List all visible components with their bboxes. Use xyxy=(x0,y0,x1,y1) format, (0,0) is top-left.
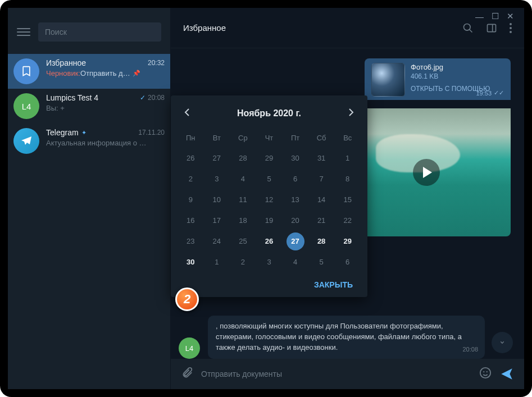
chat-preview: Актуальная информация о … xyxy=(46,139,165,147)
pin-icon: 📌 xyxy=(133,70,140,77)
svg-point-9 xyxy=(486,371,488,372)
attach-icon[interactable] xyxy=(181,367,193,381)
calendar-day[interactable]: 10 xyxy=(204,189,230,210)
chat-time: 20:32 xyxy=(148,59,165,67)
emoji-icon[interactable] xyxy=(479,367,492,381)
calendar-day[interactable]: 29 xyxy=(256,148,283,168)
calendar-day[interactable]: 17 xyxy=(204,210,230,231)
svg-point-5 xyxy=(510,27,512,29)
svg-rect-2 xyxy=(488,24,496,31)
svg-point-6 xyxy=(510,31,512,33)
calendar-day[interactable]: 22 xyxy=(334,210,361,231)
calendar-day[interactable]: 20 xyxy=(282,210,308,231)
weekday-label: Чт xyxy=(256,130,283,148)
calendar-close-button[interactable]: ЗАКРЫТЬ xyxy=(314,280,353,289)
chat-item-saved[interactable]: Избранное 20:32 Черновик: Отправить д… 📌 xyxy=(8,54,170,89)
menu-icon[interactable] xyxy=(17,28,30,36)
calendar-day[interactable]: 30 xyxy=(282,148,308,168)
file-size: 406.1 KB xyxy=(411,72,504,80)
app-window: — ☐ ✕ Поиск Избранное 20:32 Черновик: От… xyxy=(8,8,524,389)
calendar-day[interactable]: 2 xyxy=(230,252,256,272)
chat-list: Избранное 20:32 Черновик: Отправить д… 📌… xyxy=(8,54,170,158)
calendar-day[interactable]: 12 xyxy=(256,189,283,210)
video-message[interactable] xyxy=(342,107,511,236)
calendar-day[interactable]: 6 xyxy=(282,168,308,189)
weekday-label: Вт xyxy=(204,130,230,148)
minimize-button[interactable]: — xyxy=(475,12,484,21)
calendar-day[interactable]: 26 xyxy=(178,148,204,168)
calendar-day[interactable]: 19 xyxy=(256,210,283,231)
calendar-day[interactable]: 21 xyxy=(308,210,335,231)
calendar-day[interactable]: 8 xyxy=(334,168,361,189)
calendar-day[interactable]: 28 xyxy=(230,148,256,168)
chat-time: 17.11.20 xyxy=(138,129,165,136)
calendar-day[interactable]: 14 xyxy=(308,189,335,210)
calendar-day[interactable]: 25 xyxy=(230,231,256,252)
prev-month-button[interactable] xyxy=(181,104,193,122)
calendar-day[interactable]: 15 xyxy=(334,189,361,210)
calendar-day[interactable]: 27 xyxy=(282,231,308,252)
calendar-day[interactable]: 31 xyxy=(308,148,335,168)
chat-item[interactable]: Telegram ✦ 17.11.20 Актуальная информаци… xyxy=(8,124,170,158)
calendar-grid: ПнВтСрЧтПтСбВс26272829303112345678910111… xyxy=(178,130,361,272)
sidebar: Поиск Избранное 20:32 Черновик: Отправит… xyxy=(8,8,171,389)
play-icon[interactable] xyxy=(413,159,440,186)
compose-bar: Отправить документы xyxy=(171,359,524,389)
chat-item[interactable]: L4 Lumpics Test 4 ✓20:08 Вы: + xyxy=(8,89,170,124)
calendar-day[interactable]: 24 xyxy=(204,231,230,252)
calendar-day[interactable]: 11 xyxy=(230,189,256,210)
telegram-icon xyxy=(13,128,39,154)
send-button[interactable] xyxy=(499,367,514,381)
calendar-day[interactable]: 9 xyxy=(178,189,204,210)
calendar-day[interactable]: 4 xyxy=(230,168,256,189)
window-controls: — ☐ ✕ xyxy=(465,8,524,25)
chat-preview: Черновик: Отправить д… 📌 xyxy=(46,69,165,77)
calendar-day[interactable]: 7 xyxy=(308,168,335,189)
calendar-day[interactable]: 18 xyxy=(230,210,256,231)
calendar-day[interactable]: 26 xyxy=(256,231,283,252)
file-attachment[interactable]: Фото6.jpg 406.1 KB ОТКРЫТЬ С ПОМОЩЬЮ 19:… xyxy=(365,58,511,100)
calendar-day[interactable]: 30 xyxy=(178,252,204,272)
scroll-down-button[interactable] xyxy=(492,332,513,353)
file-name: Фото6.jpg xyxy=(411,63,504,71)
annotation-badge: 2 xyxy=(175,288,199,311)
calendar-day[interactable]: 3 xyxy=(204,168,230,189)
chat-preview: Вы: + xyxy=(46,104,165,112)
svg-line-1 xyxy=(470,29,472,32)
calendar-day[interactable]: 2 xyxy=(178,168,204,189)
chat-title: Избранное xyxy=(183,23,450,33)
bookmark-icon xyxy=(13,58,39,84)
calendar-day[interactable]: 4 xyxy=(282,252,308,272)
avatar: L4 xyxy=(179,337,200,359)
calendar-day[interactable]: 1 xyxy=(204,252,230,272)
search-input[interactable]: Поиск xyxy=(38,22,161,42)
weekday-label: Сб xyxy=(308,130,335,148)
avatar: L4 xyxy=(13,93,39,119)
chat-name: Избранное xyxy=(46,58,86,67)
calendar-day[interactable]: 5 xyxy=(256,168,283,189)
file-thumbnail xyxy=(371,63,405,97)
calendar-day[interactable]: 28 xyxy=(308,231,335,252)
calendar-day[interactable]: 6 xyxy=(334,252,361,272)
calendar-day[interactable]: 5 xyxy=(308,252,335,272)
chat-name: Telegram ✦ xyxy=(46,128,87,137)
weekday-label: Пт xyxy=(282,130,308,148)
calendar-title: Ноябрь 2020 г. xyxy=(237,108,301,118)
calendar-day[interactable]: 29 xyxy=(334,231,361,252)
calendar-day[interactable]: 16 xyxy=(178,210,204,231)
calendar-day[interactable]: 13 xyxy=(282,189,308,210)
close-button[interactable]: ✕ xyxy=(507,11,514,21)
message-bubble: , позволяющий многих юступны для Пользов… xyxy=(208,316,485,359)
calendar-day[interactable]: 3 xyxy=(256,252,283,272)
read-check-icon: ✓✓ xyxy=(494,89,504,97)
verified-icon: ✦ xyxy=(81,129,87,136)
svg-point-7 xyxy=(480,368,490,378)
chat-name: Lumpics Test 4 xyxy=(46,93,98,102)
weekday-label: Ср xyxy=(230,130,256,148)
message-input[interactable]: Отправить документы xyxy=(201,369,471,378)
next-month-button[interactable] xyxy=(345,104,357,122)
calendar-day[interactable]: 23 xyxy=(178,231,204,252)
calendar-day[interactable]: 1 xyxy=(334,148,361,168)
calendar-day[interactable]: 27 xyxy=(204,148,230,168)
maximize-button[interactable]: ☐ xyxy=(492,11,499,21)
